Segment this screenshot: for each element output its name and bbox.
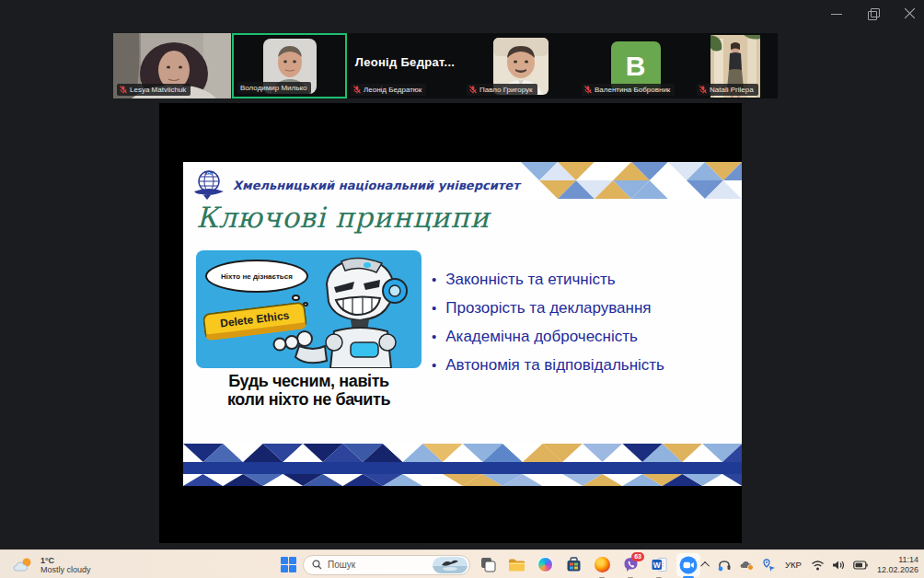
task-view-icon [480, 557, 496, 572]
search-input[interactable]: Пошук [303, 555, 470, 575]
restore-icon[interactable] [867, 7, 880, 20]
window-controls [830, 4, 917, 24]
participant-name: Леонід Бедратюк [364, 85, 422, 95]
muted-mic-icon [469, 86, 477, 94]
participant-tile-leonid[interactable]: Леонід Бедрат... Леонід Бедратюк [347, 33, 463, 98]
speech-bubble-dot [292, 295, 300, 301]
start-button[interactable] [281, 557, 296, 572]
participant-tile-lesya[interactable]: Lesya Matviichuk [113, 33, 231, 98]
muted-mic-icon [120, 86, 127, 94]
participant-tile-volodymyr[interactable]: Володимир Милько [232, 33, 347, 98]
university-name: Хмельницький національний університет [233, 179, 520, 192]
participant-tile-valentyna[interactable]: B Валентина Бобровник [578, 33, 693, 98]
slide-top-decoration [521, 162, 742, 199]
participant-nametag: Валентина Бобровник [582, 84, 675, 96]
slide-title: Ключові принципи [196, 201, 490, 234]
tray-language[interactable]: УКР [783, 560, 803, 570]
svg-text:ХНУ: ХНУ [204, 170, 214, 176]
speech-bubble: Ніхто не дізнається [205, 260, 308, 293]
muted-mic-icon [699, 86, 707, 94]
participant-name: Валентина Бобровник [595, 85, 670, 95]
close-icon[interactable] [904, 7, 917, 20]
participant-name: Natali Prilepa [710, 85, 754, 95]
taskbar: 1°C Mostly cloudy Пошук [0, 549, 924, 578]
participant-nametag: Володимир Милько [237, 82, 311, 94]
meme-caption: Будь чесним, навіть коли ніхто не бачить [196, 368, 422, 410]
tray-onedrive-icon[interactable] [739, 559, 755, 571]
search-placeholder: Пошук [328, 560, 427, 570]
weather-temp: 1°C [40, 556, 91, 565]
participant-nametag: Natali Prilepa [697, 84, 758, 96]
screen-share-area: ХНУ Хмельницький національний університе… [159, 103, 742, 543]
tray-expand-icon[interactable] [700, 561, 710, 571]
tray-battery-icon[interactable] [853, 561, 868, 570]
weather-icon [13, 557, 35, 572]
participant-nametag: Lesya Matviichuk [117, 84, 191, 96]
word-icon: W [652, 557, 667, 572]
tray-time: 11:14 [877, 555, 918, 565]
participant-name: Володимир Милько [240, 83, 306, 93]
tray-headset-icon[interactable] [717, 559, 732, 572]
zoom-app-button[interactable] [676, 553, 700, 577]
microsoft-store-icon [566, 557, 582, 572]
zoom-icon [679, 556, 698, 574]
bullet-item: •Прозорість та декларування [432, 294, 735, 322]
firefox-button[interactable] [591, 554, 613, 576]
copilot-button[interactable] [534, 554, 556, 576]
tray-location-icon[interactable] [762, 559, 776, 572]
university-logo: ХНУ [192, 169, 225, 201]
weather-condition: Mostly cloudy [40, 565, 91, 574]
minimize-icon[interactable] [830, 7, 843, 20]
search-icon [312, 560, 322, 570]
viber-button[interactable]: 63 [619, 554, 641, 576]
file-explorer-icon [508, 558, 526, 572]
participant-name: Павло Григорук [479, 85, 533, 95]
viber-badge: 63 [631, 552, 644, 561]
task-view-button[interactable] [477, 554, 499, 576]
app-window: Lesya Matviichuk Володимир Милько Леонід… [0, 0, 924, 578]
presentation-slide: ХНУ Хмельницький національний університе… [183, 162, 742, 486]
muted-mic-icon [353, 86, 361, 94]
svg-text:W: W [653, 561, 661, 570]
copilot-icon [537, 557, 553, 572]
participant-nametag: Павло Григорук [467, 84, 537, 96]
meme-image: Ніхто не дізнається Delete Ethics Будь ч… [196, 250, 422, 410]
participant-tile-natali[interactable]: Natali Prilepa [693, 33, 778, 98]
bullet-item: •Законність та етичність [432, 265, 735, 294]
file-explorer-button[interactable] [505, 554, 527, 576]
search-highlight-image [433, 557, 468, 573]
bullet-item: •Автономія та відповідальність [432, 351, 735, 379]
microsoft-store-button[interactable] [562, 554, 584, 576]
taskbar-weather-widget[interactable]: 1°C Mostly cloudy [6, 550, 98, 578]
participant-tile-pavlo[interactable]: Павло Григорук [463, 33, 578, 98]
word-button[interactable]: W [648, 554, 670, 576]
tray-clock[interactable]: 11:14 12.02.2026 [875, 555, 918, 574]
slide-bottom-decoration [183, 444, 742, 486]
participant-nametag: Леонід Бедратюк [351, 84, 426, 96]
firefox-icon [595, 557, 610, 572]
tray-date: 12.02.2026 [877, 565, 918, 575]
tray-volume-icon[interactable] [832, 560, 846, 571]
participant-name: Lesya Matviichuk [130, 85, 186, 95]
slide-bullet-list: •Законність та етичність •Прозорість та … [432, 265, 735, 379]
muted-mic-icon [584, 86, 592, 94]
bullet-item: •Академічна доброчесність [432, 322, 735, 351]
tray-wifi-icon[interactable] [811, 560, 825, 571]
